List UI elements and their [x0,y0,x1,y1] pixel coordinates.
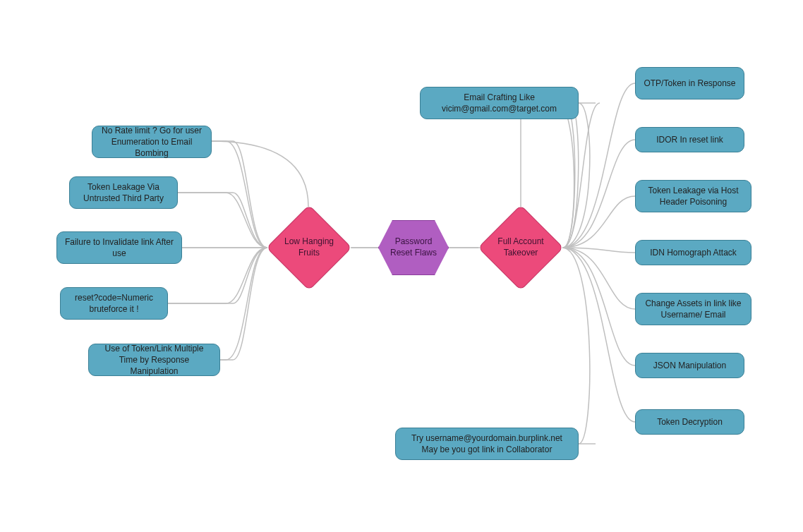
right-outer-1: IDOR In reset link [635,127,744,152]
diagram-canvas: Password Reset Flaws Low Hanging Fruits … [0,0,803,532]
right-diamond: Full Account Takeover [478,205,563,290]
node-label: Try username@yourdomain.burplink.net May… [403,433,571,455]
right-outer-2: Token Leakage via Host Header Poisoning [635,180,751,212]
right-outer-6: Token Decryption [635,409,744,435]
right-outer-5: JSON Manipulation [635,353,744,378]
node-label: Email Crafting Like vicim@gmail.com@targ… [428,92,571,114]
node-label: IDOR In reset link [656,134,723,145]
node-label: Change Assets in link like Username/ Ema… [643,298,744,320]
center-label: Password Reset Flaws [378,220,449,275]
right-outer-3: IDN Homograph Attack [635,240,751,265]
node-label: No Rate limit ? Go for user Enumeration … [99,125,204,159]
node-label: reset?code=Numeric bruteforce it ! [68,292,160,315]
left-diamond-label: Low Hanging Fruits [267,205,351,290]
left-diamond: Low Hanging Fruits [267,205,351,290]
node-label: Token Decryption [657,416,723,428]
node-label: Token Leakage via Host Header Poisoning [643,185,744,207]
node-label: Token Leakage Via Untrusted Third Party [77,181,170,204]
right-inner-1: Try username@yourdomain.burplink.net May… [395,428,579,460]
left-node-4: Use of Token/Link Multiple Time by Respo… [88,344,220,376]
right-outer-0: OTP/Token in Response [635,67,744,99]
left-node-2: Failure to Invalidate link After use [56,231,182,264]
right-outer-4: Change Assets in link like Username/ Ema… [635,293,751,325]
node-label: IDN Homograph Attack [650,247,737,258]
right-inner-0: Email Crafting Like vicim@gmail.com@targ… [420,87,579,119]
node-label: Failure to Invalidate link After use [64,236,174,259]
left-node-3: reset?code=Numeric bruteforce it ! [60,287,168,320]
left-node-1: Token Leakage Via Untrusted Third Party [69,176,178,209]
node-label: Use of Token/Link Multiple Time by Respo… [96,343,212,377]
center-node: Password Reset Flaws [378,220,449,275]
right-diamond-label: Full Account Takeover [478,205,563,290]
node-label: JSON Manipulation [653,360,726,371]
node-label: OTP/Token in Response [644,78,735,89]
left-node-0: No Rate limit ? Go for user Enumeration … [92,126,212,158]
